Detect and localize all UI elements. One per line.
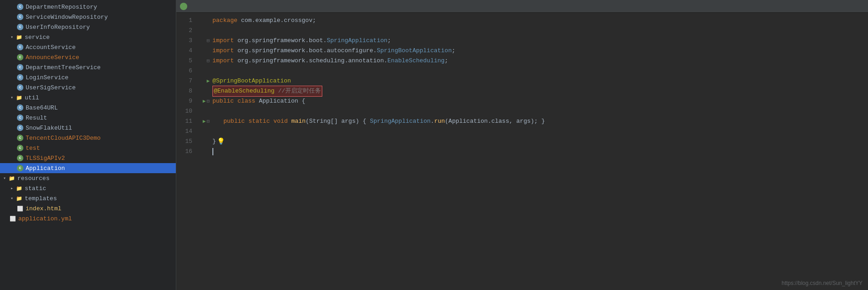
sidebar-item-login-svc[interactable]: c LoginService	[0, 72, 176, 82]
class-circle-icon: c	[17, 74, 23, 81]
code-line-6	[199, 66, 868, 76]
fold-icon-2: ⊟	[206, 96, 210, 106]
yml-file-icon: ⬜	[9, 215, 16, 222]
run-icon[interactable]: ▶	[206, 76, 210, 86]
c-green-icon: c	[16, 144, 24, 152]
code-line-9: ▶ ⊟ public class Application {	[199, 96, 868, 106]
sidebar-item-label: Application	[26, 165, 65, 172]
code-line-8: @EnableScheduling //开启定时任务	[199, 86, 868, 96]
c-icon: c	[16, 84, 24, 91]
package-name: com.example.crossgov;	[241, 16, 316, 26]
c-icon: c	[16, 104, 24, 111]
sidebar-item-label: UserInfoRepository	[26, 24, 90, 31]
code-line-15: } 💡	[199, 137, 868, 147]
watermark-text: https://blog.csdn.net/Sun_lightYY	[781, 280, 863, 286]
file-tree-sidebar[interactable]: c DepartmentRepository c ServiceWindowRe…	[0, 0, 176, 290]
sidebar-item-label: LoginService	[26, 74, 69, 81]
gutter-11: ▶ ⊟	[199, 116, 212, 126]
sidebar-item-label: TencentCloudAPIC3Demo	[26, 135, 101, 142]
c-green-icon: c	[16, 54, 24, 61]
c-green-icon: c	[16, 134, 24, 142]
sidebar-item-index-html[interactable]: ⬜ index.html	[0, 203, 176, 213]
class-circle-icon: c	[17, 125, 23, 131]
sidebar-item-service-folder[interactable]: ▾ 📁 service	[0, 32, 176, 42]
code-line-7: ▶ @SpringBootApplication	[199, 76, 868, 86]
keyword-package: package	[212, 16, 238, 26]
code-line-3: ⊟ import org.springframework.boot.Spring…	[199, 36, 868, 46]
code-lines-area: package com.example.crossgov; ⊟ import o…	[197, 15, 868, 288]
c-green-icon: c	[16, 164, 24, 172]
sidebar-item-svcwin-repo[interactable]: c ServiceWindowRepository	[0, 12, 176, 22]
code-line-14	[199, 126, 868, 137]
fold-icon-3: ⊟	[206, 116, 210, 126]
class-circle-icon: c	[17, 84, 23, 91]
class-circle-icon: c	[17, 165, 23, 171]
sidebar-item-label: util	[25, 94, 39, 101]
sidebar-item-dept-tree-svc[interactable]: c DepartmentTreeService	[0, 62, 176, 72]
c-icon: c	[16, 44, 24, 51]
sidebar-item-label: UserSigService	[26, 84, 76, 91]
sidebar-item-label: AnnounceService	[26, 54, 79, 61]
keyword-import: import	[212, 36, 234, 46]
sidebar-item-usersig-svc[interactable]: c UserSigService	[0, 82, 176, 93]
folder-icon: 📁	[16, 185, 23, 192]
code-line-5: ⊟ import org.springframework.scheduling.…	[199, 56, 868, 66]
sidebar-item-resources-folder[interactable]: ▾ 📁 resources	[0, 173, 176, 183]
highlight-annotation: @EnableScheduling //开启定时任务	[212, 86, 322, 97]
code-line-10	[199, 106, 868, 116]
sidebar-item-label: static	[25, 185, 46, 192]
sidebar-item-label: application.yml	[18, 215, 72, 222]
class-circle-icon: c	[17, 24, 23, 30]
code-editor: 1 2 3 4 5 6 7 8 9 10 11 14 15 16 package…	[176, 0, 868, 290]
code-line-11: ▶ ⊟ public static void main(String[] arg…	[199, 116, 868, 126]
sidebar-item-util-folder[interactable]: ▾ 📁 util	[0, 93, 176, 103]
class-circle-icon: c	[17, 135, 23, 141]
sidebar-item-application-yml[interactable]: ⬜ application.yml	[0, 213, 176, 224]
sidebar-item-label: Base64URL	[26, 104, 58, 111]
sidebar-item-test[interactable]: c test	[0, 143, 176, 153]
sidebar-item-label: test	[26, 145, 40, 152]
class-circle-icon: c	[17, 54, 23, 60]
sidebar-item-dept-repo[interactable]: c DepartmentRepository	[0, 2, 176, 12]
folder-icon: 📁	[16, 195, 23, 202]
run-icon-2[interactable]: ▶	[203, 96, 206, 106]
line-numbers-gutter: 1 2 3 4 5 6 7 8 9 10 11 14 15 16	[176, 15, 197, 288]
sidebar-item-label: ServiceWindowRepository	[26, 14, 108, 21]
class-circle-icon: c	[17, 115, 23, 121]
sidebar-item-label: TLSSigAPIv2	[26, 155, 65, 162]
sidebar-item-application[interactable]: c Application	[0, 163, 176, 173]
run-icon-3[interactable]: ▶	[203, 116, 206, 126]
sidebar-item-templates-folder[interactable]: ▾ 📁 templates	[0, 193, 176, 203]
c-icon: c	[16, 64, 24, 71]
gutter-7: ▶	[199, 76, 212, 86]
sidebar-item-announce-svc[interactable]: c AnnounceService	[0, 52, 176, 62]
class-circle-icon: c	[17, 4, 23, 10]
gutter-3: ⊟	[199, 36, 212, 46]
html-file-icon: ⬜	[16, 205, 24, 212]
c-green-icon: c	[16, 154, 24, 162]
sidebar-item-result[interactable]: c Result	[0, 113, 176, 123]
gutter-5: ⊟	[199, 56, 212, 66]
sidebar-item-account-svc[interactable]: c AccountService	[0, 42, 176, 52]
editor-tab-bar	[176, 0, 868, 13]
sidebar-item-label: DepartmentRepository	[26, 4, 97, 11]
sidebar-item-snowflake[interactable]: c SnowFlakeUtil	[0, 123, 176, 133]
class-circle-icon: c	[17, 14, 23, 20]
sidebar-item-userinfo-repo[interactable]: c UserInfoRepository	[0, 22, 176, 32]
sidebar-item-base64url[interactable]: c Base64URL	[0, 103, 176, 113]
c-icon: c	[16, 13, 24, 21]
gutter-9: ▶ ⊟	[199, 96, 212, 106]
class-circle-icon: c	[17, 64, 23, 71]
sidebar-item-label: SnowFlakeUtil	[26, 125, 72, 131]
chevron-down-icon: ▾	[9, 196, 15, 201]
folder-icon: 📁	[8, 175, 16, 182]
sidebar-item-tlssig[interactable]: c TLSSigAPIv2	[0, 153, 176, 163]
sidebar-item-label: index.html	[26, 205, 61, 212]
c-icon: c	[16, 23, 24, 31]
class-circle-icon: c	[17, 145, 23, 151]
sidebar-item-label: DepartmentTreeService	[26, 64, 101, 71]
code-line-2	[199, 26, 868, 36]
sidebar-item-static-folder[interactable]: ▸ 📁 static	[0, 183, 176, 193]
sidebar-item-tencent[interactable]: c TencentCloudAPIC3Demo	[0, 133, 176, 143]
folder-icon: 📁	[16, 33, 23, 41]
